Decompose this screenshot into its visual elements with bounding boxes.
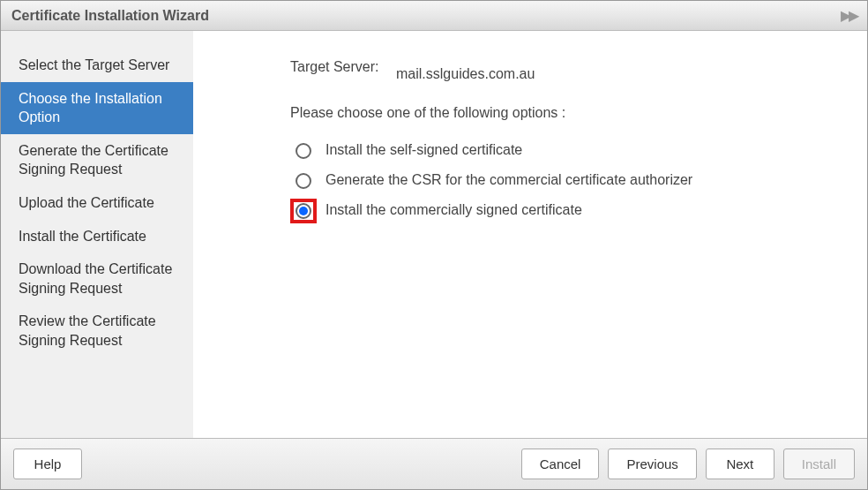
target-server-label: Target Server: xyxy=(290,57,396,77)
option-commercial-signed[interactable]: Install the commercially signed certific… xyxy=(290,199,832,223)
sidebar-item-label: Install the Certificate xyxy=(19,229,146,244)
help-button[interactable]: Help xyxy=(13,449,82,479)
option-label: Install the self-signed certificate xyxy=(326,139,522,160)
radio-icon[interactable] xyxy=(296,203,311,219)
footer-right-group: Cancel Previous Next Install xyxy=(521,449,855,479)
content-area: Select the Target Server Choose the Inst… xyxy=(1,31,867,438)
install-button: Install xyxy=(783,449,855,479)
sidebar-item-label: Review the Certificate Signing Request xyxy=(19,313,156,348)
previous-button[interactable]: Previous xyxy=(608,449,696,479)
radio-icon[interactable] xyxy=(296,143,311,159)
sidebar-item-label: Generate the Certificate Signing Request xyxy=(19,143,168,177)
expand-icon[interactable]: ▶▶ xyxy=(841,7,857,24)
instruction-text: Please choose one of the following optio… xyxy=(290,105,832,121)
options-group: Install the self-signed certificate Gene… xyxy=(290,139,832,223)
option-generate-csr[interactable]: Generate the CSR for the commercial cert… xyxy=(290,169,832,193)
titlebar: Certificate Installation Wizard ▶▶ xyxy=(1,1,867,31)
sidebar-item-label: Download the Certificate Signing Request xyxy=(19,261,172,296)
window-title: Certificate Installation Wizard xyxy=(11,8,209,24)
sidebar-item-select-target[interactable]: Select the Target Server xyxy=(1,49,193,82)
target-server-row: Target Server: mail.sslguides.com.au xyxy=(290,57,832,82)
radio-wrap xyxy=(290,169,317,193)
next-button[interactable]: Next xyxy=(706,449,774,479)
radio-wrap xyxy=(290,199,317,223)
target-server-value: mail.sslguides.com.au xyxy=(396,57,535,82)
sidebar-item-upload-cert[interactable]: Upload the Certificate xyxy=(1,186,193,220)
option-self-signed[interactable]: Install the self-signed certificate xyxy=(290,139,832,163)
option-label: Install the commercially signed certific… xyxy=(326,199,582,220)
sidebar-item-label: Upload the Certificate xyxy=(19,195,154,210)
sidebar-item-label: Choose the Installation Option xyxy=(19,91,162,125)
sidebar-item-install-cert[interactable]: Install the Certificate xyxy=(1,220,193,253)
sidebar-item-generate-csr[interactable]: Generate the Certificate Signing Request xyxy=(1,134,193,186)
radio-wrap xyxy=(290,139,317,163)
option-label: Generate the CSR for the commercial cert… xyxy=(326,169,692,190)
sidebar-item-review-csr[interactable]: Review the Certificate Signing Request xyxy=(1,305,193,357)
cancel-button[interactable]: Cancel xyxy=(521,449,600,479)
footer-bar: Help Cancel Previous Next Install xyxy=(1,438,867,489)
main-panel: Target Server: mail.sslguides.com.au Ple… xyxy=(193,31,867,438)
sidebar-item-label: Select the Target Server xyxy=(19,57,169,72)
radio-icon[interactable] xyxy=(296,173,311,189)
sidebar-item-choose-option[interactable]: Choose the Installation Option xyxy=(1,82,193,134)
wizard-steps-sidebar: Select the Target Server Choose the Inst… xyxy=(1,31,193,438)
sidebar-item-download-csr[interactable]: Download the Certificate Signing Request xyxy=(1,253,193,305)
